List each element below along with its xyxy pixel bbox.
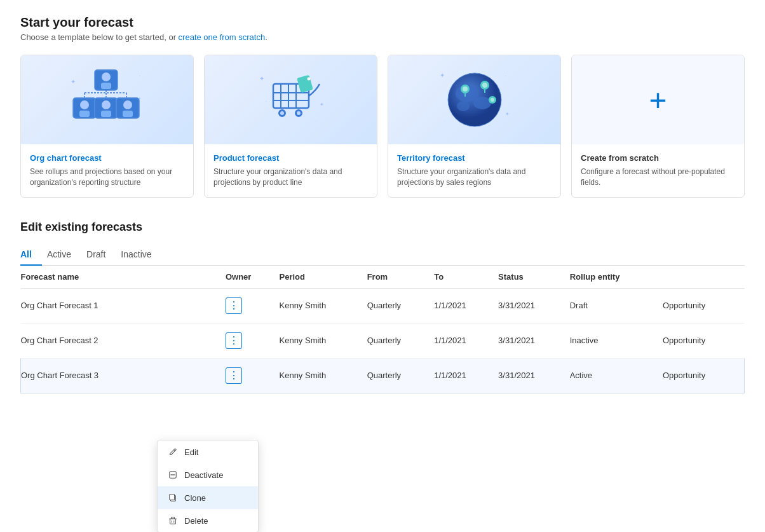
col-header-name: Forecast name [21, 266, 226, 289]
forecast-from-cell: 1/1/2021 [434, 323, 498, 358]
forecast-name-cell: Org Chart Forecast 1 [21, 288, 226, 323]
table-row: Org Chart Forecast 2 ⋮ Kenny Smith Quart… [21, 323, 745, 358]
svg-text:·: · [505, 73, 506, 79]
forecast-tabs: All Active Draft Inactive [20, 244, 745, 266]
tab-draft[interactable]: Draft [86, 244, 116, 266]
forecast-dots-cell: ⋮ [226, 323, 280, 358]
svg-text:·: · [266, 99, 267, 104]
subtitle-post: . [265, 32, 267, 42]
forecasts-table: Forecast name Owner Period From To Statu… [20, 266, 745, 393]
create-from-scratch-link[interactable]: create one from scratch [179, 32, 266, 42]
tab-inactive[interactable]: Inactive [121, 244, 161, 266]
template-image-product: ✦ · ✦ · [205, 55, 377, 144]
forecast-dots-cell: ⋮ [226, 358, 280, 393]
svg-point-30 [297, 111, 301, 115]
forecast-period-cell: Quarterly [367, 288, 435, 323]
template-card-org[interactable]: ✦ · ✦ · Org chart forecast See rollups a… [20, 55, 194, 198]
svg-rect-2 [101, 83, 111, 89]
table-row: Org Chart Forecast 3 ⋮ Kenny Smith Quart… [21, 358, 745, 393]
edit-section-title: Edit existing forecasts [20, 221, 745, 234]
svg-rect-10 [79, 111, 90, 117]
template-card-product[interactable]: ✦ · ✦ · Product forecast Structure your … [204, 55, 377, 198]
col-header-owner: Owner [226, 266, 280, 289]
svg-text:✦: ✦ [320, 102, 324, 107]
forecast-options-button[interactable]: ⋮ [226, 332, 242, 349]
forecast-to-cell: 3/31/2021 [498, 288, 570, 323]
template-card-territory[interactable]: ✦ · ✦ · Territory forecast Structure you… [388, 55, 561, 198]
col-header-period: Period [280, 266, 367, 289]
templates-grid: ✦ · ✦ · Org chart forecast See rollups a… [20, 55, 745, 198]
forecast-options-button[interactable]: ⋮ [226, 367, 242, 384]
forecast-name: Org Chart Forecast 3 [21, 371, 98, 380]
template-title-product: Product forecast [213, 153, 368, 163]
forecast-owner-cell: Kenny Smith [280, 323, 367, 358]
forecast-to-cell: 3/31/2021 [498, 323, 570, 358]
template-body-territory: Territory forecast Structure your organi… [388, 144, 560, 197]
forecast-owner-cell: Kenny Smith [280, 358, 367, 393]
svg-point-32 [307, 78, 310, 81]
svg-point-40 [473, 97, 491, 109]
template-title-org: Org chart forecast [30, 153, 184, 163]
forecast-period-cell: Quarterly [367, 323, 435, 358]
table-row: Org Chart Forecast 1 ⋮ Kenny Smith Quart… [21, 288, 745, 323]
territory-illustration: ✦ · ✦ · [437, 65, 513, 135]
tab-all[interactable]: All [20, 244, 42, 266]
svg-point-15 [123, 100, 132, 109]
svg-text:✦: ✦ [71, 78, 76, 85]
table-header-row: Forecast name Owner Period From To Statu… [21, 266, 745, 289]
template-body-org: Org chart forecast See rollups and proje… [21, 144, 193, 197]
start-forecast-title: Start your forecast [20, 15, 745, 30]
subtitle-pre: Choose a template below to get started, … [20, 32, 179, 42]
svg-rect-31 [297, 75, 313, 93]
svg-text:✦: ✦ [505, 111, 510, 117]
forecast-owner-cell: Kenny Smith [280, 288, 367, 323]
forecast-rollup-cell: Opportunity [663, 358, 745, 393]
forecast-name-cell: Org Chart Forecast 2 [21, 323, 226, 358]
forecast-from-cell: 1/1/2021 [434, 358, 498, 393]
svg-point-1 [102, 72, 111, 81]
svg-point-47 [482, 83, 487, 88]
template-title-scratch: Create from scratch [581, 153, 735, 163]
template-body-scratch: Create from scratch Configure a forecast… [572, 144, 744, 197]
template-title-territory: Territory forecast [397, 153, 552, 163]
template-desc-scratch: Configure a forecast without pre-populat… [581, 167, 735, 188]
template-desc-org: See rollups and projections based on you… [30, 167, 184, 188]
template-image-org: ✦ · ✦ · [21, 55, 193, 144]
svg-point-50 [491, 98, 494, 102]
svg-point-28 [280, 111, 284, 115]
col-header-from: From [367, 266, 435, 289]
forecast-name: Org Chart Forecast 1 [21, 301, 98, 310]
forecast-to-cell: 3/31/2021 [498, 358, 570, 393]
org-chart-illustration: ✦ · ✦ · [69, 65, 146, 135]
svg-rect-13 [101, 111, 111, 117]
template-desc-territory: Structure your organization's data and p… [397, 167, 552, 188]
svg-point-12 [102, 100, 111, 109]
product-illustration: ✦ · ✦ · [253, 65, 329, 135]
forecast-options-button[interactable]: ⋮ [226, 297, 242, 314]
template-desc-product: Structure your organization's data and p… [213, 167, 368, 188]
forecast-dots-cell: ⋮ [226, 288, 280, 323]
svg-point-9 [80, 100, 89, 109]
col-header-rollup: Rollup entity [570, 266, 663, 289]
svg-point-41 [457, 101, 470, 111]
svg-text:·: · [139, 73, 140, 79]
col-header-status: Status [498, 266, 570, 289]
tab-active[interactable]: Active [47, 244, 81, 266]
svg-text:·: · [72, 118, 74, 123]
template-card-scratch[interactable]: + Create from scratch Configure a foreca… [571, 55, 745, 198]
forecast-status-cell: Active [570, 358, 663, 393]
start-forecast-subtitle: Choose a template below to get started, … [20, 32, 745, 42]
forecast-name-cell: Org Chart Forecast 3 [21, 358, 226, 393]
template-body-product: Product forecast Structure your organiza… [205, 144, 377, 197]
svg-text:·: · [444, 119, 445, 123]
template-image-scratch: + [572, 55, 744, 144]
svg-text:✦: ✦ [440, 72, 445, 79]
forecast-period-cell: Quarterly [367, 358, 435, 393]
col-header-to: To [434, 266, 498, 289]
forecast-status-cell: Inactive [570, 323, 663, 358]
svg-rect-16 [123, 111, 133, 117]
forecast-from-cell: 1/1/2021 [434, 288, 498, 323]
svg-text:✦: ✦ [259, 75, 264, 82]
forecast-rollup-cell: Opportunity [663, 288, 745, 323]
svg-text:·: · [316, 119, 318, 123]
